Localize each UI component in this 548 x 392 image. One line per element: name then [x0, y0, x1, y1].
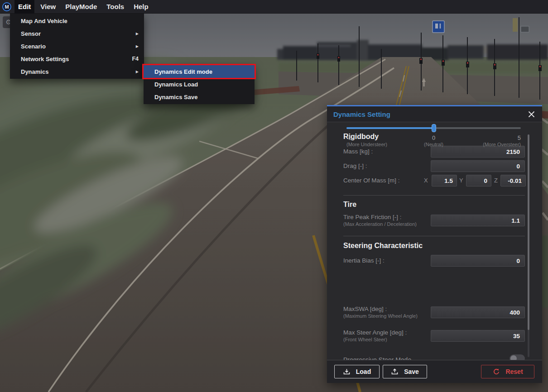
slider-fill: [346, 127, 434, 129]
menu-item-edit[interactable]: Edit: [14, 0, 34, 14]
dialog-body: Rigidbody Mass [kg] : Drag [-] : Center …: [327, 124, 542, 361]
dialog-title: Dynamics Setting: [333, 110, 526, 118]
drag-input[interactable]: [431, 160, 525, 172]
slider-max-value: 5: [463, 134, 521, 141]
close-button[interactable]: [526, 109, 537, 120]
menu-item-scenario[interactable]: Scenario ▶: [10, 40, 144, 53]
close-icon: [528, 111, 535, 118]
menu-item-playmode[interactable]: PlayMode: [62, 0, 101, 14]
submenu-arrow-icon: ▶: [136, 32, 139, 36]
menu-item-view[interactable]: View: [37, 0, 59, 14]
divider: [343, 195, 525, 196]
max-steer-angle-input[interactable]: [431, 330, 525, 342]
com-z-axis-label: Z: [494, 175, 498, 186]
inertia-bias-input[interactable]: [431, 255, 525, 267]
reset-button-label: Reset: [505, 368, 523, 375]
maxswa-row: MaxSWA [deg] : (Maximum Steering Wheel A…: [343, 306, 525, 321]
scrollbar-thumb[interactable]: [528, 134, 529, 330]
menu-item-help[interactable]: Help: [130, 0, 152, 14]
dynamics-submenu: Dynamics Edit mode Dynamics Load Dynamic…: [144, 64, 255, 104]
menu-item-sensor[interactable]: Sensor ▶: [10, 27, 144, 40]
divider: [343, 236, 525, 236]
slider-track[interactable]: [346, 127, 521, 129]
load-button[interactable]: Load: [334, 365, 380, 378]
save-button-label: Save: [404, 368, 419, 375]
com-z-input[interactable]: [500, 175, 526, 186]
dialog-header: Dynamics Setting: [327, 106, 542, 122]
app-logo-icon: M: [2, 2, 11, 11]
slider-min-caption: (More Understeer): [346, 141, 404, 148]
edit-menu: Map And Vehicle Sensor ▶ Scenario ▶ Netw…: [10, 14, 144, 79]
dialog-footer: Load Save Reset: [327, 360, 542, 383]
tire-friction-input[interactable]: [431, 215, 525, 226]
max-steer-angle-row: Max Steer Angle [deg] : (Front Wheel Ste…: [343, 329, 525, 344]
save-button[interactable]: Save: [383, 365, 427, 378]
reset-icon: [492, 368, 500, 376]
download-icon: [343, 368, 351, 376]
slider-mid-value: 0: [404, 134, 462, 141]
com-y-input[interactable]: [466, 175, 491, 186]
inertia-bias-slider[interactable]: -5 (More Understeer) 0 (Neutral) 5 (More…: [343, 124, 525, 150]
com-y-axis-label: Y: [459, 175, 463, 186]
load-button-label: Load: [356, 368, 371, 375]
inertia-bias-row: Inertia Bias [-] :: [343, 255, 525, 267]
com-x-axis-label: X: [424, 175, 428, 186]
section-heading-steering: Steering Characteristic: [343, 242, 423, 250]
slider-min-value: -5: [346, 134, 404, 141]
menu-item-network-settings[interactable]: Network Settings F4: [10, 53, 144, 65]
submenu-item-dynamics-edit-mode[interactable]: Dynamics Edit mode: [144, 65, 255, 78]
upload-icon: [391, 368, 399, 376]
menu-bar: M Edit View PlayMode Tools Help: [0, 0, 548, 14]
submenu-item-dynamics-save[interactable]: Dynamics Save: [144, 91, 255, 103]
submenu-item-dynamics-load[interactable]: Dynamics Load: [144, 78, 255, 91]
maxswa-input[interactable]: [431, 306, 525, 318]
submenu-arrow-icon: ▶: [136, 70, 139, 74]
reset-button[interactable]: Reset: [481, 365, 534, 378]
slider-labels: -5 (More Understeer) 0 (Neutral) 5 (More…: [346, 134, 521, 148]
slider-max-caption: (More Oversteer): [463, 141, 521, 148]
menu-item-map-and-vehicle[interactable]: Map And Vehicle: [10, 14, 144, 27]
dialog-scrollbar[interactable]: [528, 134, 529, 357]
submenu-arrow-icon: ▶: [136, 44, 139, 48]
dynamics-setting-dialog: Dynamics Setting Rigidbody Mass [kg] : D…: [327, 105, 542, 383]
shortcut-label: F4: [132, 56, 139, 62]
drag-row: Drag [-] :: [343, 160, 525, 172]
com-x-input[interactable]: [432, 175, 457, 186]
section-heading-tire: Tire: [343, 201, 356, 209]
center-of-mass-row: Center Of Mass [m] : X Y Z: [343, 175, 525, 186]
menu-item-dynamics[interactable]: Dynamics ▶: [10, 65, 144, 78]
slider-handle[interactable]: [432, 124, 436, 132]
tire-friction-row: Tire Peak Friction [-] : (Max Accelerati…: [343, 214, 525, 229]
slider-mid-caption: (Neutral): [404, 141, 462, 148]
menu-item-tools[interactable]: Tools: [103, 0, 128, 14]
